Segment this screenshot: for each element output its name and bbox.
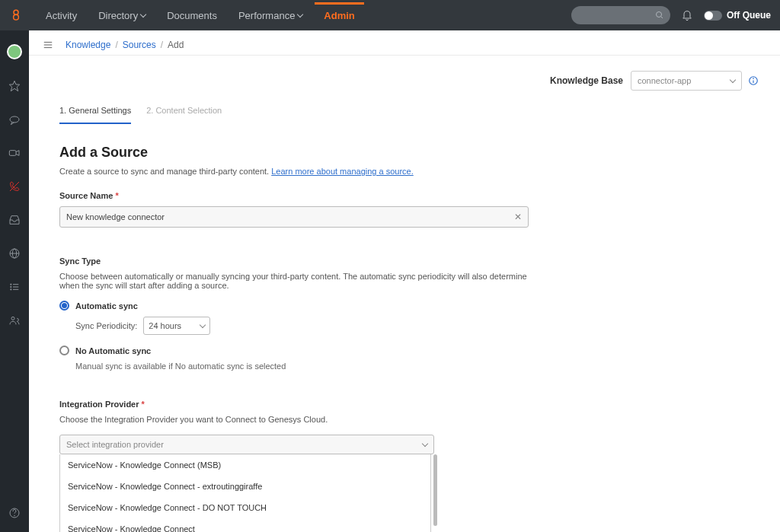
learn-more-link[interactable]: Learn more about managing a source. (271, 167, 414, 176)
bell-icon[interactable] (681, 9, 693, 21)
provider-option[interactable]: ServiceNow - Knowledge Connect (MSB) (60, 454, 430, 476)
radio-automatic-label: Automatic sync (75, 301, 138, 311)
svg-line-2 (660, 17, 663, 19)
help-icon[interactable] (8, 506, 21, 520)
tab-content-selection[interactable]: 2. Content Selection (146, 106, 222, 124)
topnav-right: Off Queue (571, 6, 771, 24)
radio-noauto-desc: Manual sync is available if No automatic… (75, 362, 547, 371)
source-name-label: Source Name * (59, 191, 547, 200)
integration-provider-help: Choose the Integration Provider you want… (59, 415, 547, 424)
required-indicator: * (142, 400, 145, 409)
page-desc: Create a source to sync and manage third… (59, 167, 547, 176)
breadcrumb-sep: / (115, 40, 117, 50)
integration-provider-options: ServiceNow - Knowledge Connect (MSB) Ser… (59, 454, 431, 532)
kb-selector-row: Knowledge Base connector-app (29, 56, 780, 91)
nav-performance[interactable]: Performance (229, 2, 312, 29)
kb-label: Knowledge Base (550, 75, 623, 86)
avatar[interactable] (7, 44, 22, 59)
nav-documents[interactable]: Documents (158, 2, 226, 29)
breadcrumb-sources[interactable]: Sources (123, 40, 156, 50)
svg-point-23 (753, 78, 754, 79)
required-indicator: * (115, 191, 118, 200)
integration-provider-dropdown: Select integration provider ServiceNow -… (59, 435, 434, 532)
radio-noauto-label: No Automatic sync (75, 346, 151, 355)
hamburger-icon[interactable] (43, 40, 53, 50)
chevron-down-icon (297, 11, 303, 17)
page-desc-text: Create a source to sync and manage third… (59, 167, 271, 176)
content: 1. General Settings 2. Content Selection… (29, 91, 577, 532)
nav-directory[interactable]: Directory (89, 2, 155, 29)
breadcrumb-knowledge[interactable]: Knowledge (66, 40, 110, 50)
sync-periodicity-row: Sync Periodicity: 24 hours (75, 317, 547, 335)
integration-provider-section: Integration Provider * Choose the Integr… (59, 400, 547, 532)
queue-toggle[interactable] (704, 11, 722, 21)
provider-option[interactable]: ServiceNow - Knowledge Connect - DO NOT … (60, 497, 430, 518)
integration-provider-select[interactable]: Select integration provider (59, 435, 434, 454)
brand-logo-icon (9, 8, 23, 22)
svg-point-11 (11, 286, 11, 287)
chevron-down-icon (730, 76, 736, 82)
integration-provider-placeholder: Select integration provider (66, 440, 164, 449)
radio-unchecked-icon (59, 346, 69, 355)
nav-performance-label: Performance (238, 10, 295, 21)
kb-select-value: connector-app (638, 76, 691, 85)
info-icon[interactable] (748, 75, 759, 86)
inbox-icon[interactable] (8, 213, 21, 227)
sync-periodicity-select[interactable]: 24 hours (143, 317, 210, 335)
nav-directory-label: Directory (98, 10, 138, 21)
list-icon[interactable] (8, 280, 21, 294)
source-name-label-text: Source Name (59, 191, 113, 200)
search-icon (655, 11, 664, 20)
svg-point-0 (14, 10, 18, 14)
sync-periodicity-label: Sync Periodicity: (75, 321, 137, 330)
svg-rect-4 (9, 151, 16, 156)
nav-admin[interactable]: Admin (315, 2, 363, 29)
header-row: Knowledge / Sources / Add (29, 30, 780, 56)
svg-point-1 (656, 12, 661, 18)
page-title: Add a Source (59, 145, 547, 161)
tabs: 1. General Settings 2. Content Selection (59, 106, 547, 125)
sync-type-label: Sync Type (59, 256, 547, 266)
provider-option[interactable]: ServiceNow - Knowledge Connect (60, 518, 430, 532)
search-input[interactable] (571, 6, 670, 24)
radio-automatic-sync[interactable]: Automatic sync (59, 301, 547, 311)
radio-checked-icon (59, 301, 69, 311)
radio-no-automatic-sync[interactable]: No Automatic sync (59, 346, 547, 355)
star-icon[interactable] (8, 79, 21, 93)
integration-provider-label: Integration Provider * (59, 400, 547, 409)
sync-periodicity-value: 24 hours (149, 321, 181, 330)
svg-point-13 (11, 289, 11, 290)
people-icon[interactable] (8, 314, 21, 327)
chevron-down-icon (422, 440, 428, 446)
sync-type-section: Sync Type Choose between automatically o… (59, 256, 547, 371)
globe-icon[interactable] (8, 247, 21, 260)
breadcrumb: Knowledge / Sources / Add (66, 40, 184, 50)
phone-disabled-icon[interactable] (8, 180, 21, 193)
queue-toggle-container: Off Queue (704, 10, 771, 21)
video-icon[interactable] (8, 146, 21, 160)
left-rail (0, 30, 29, 532)
sync-type-help: Choose between automatically or manually… (59, 272, 547, 290)
breadcrumb-sep: / (161, 40, 163, 50)
source-name-value: New knowledge connector (66, 212, 165, 221)
svg-marker-3 (9, 81, 19, 91)
chevron-down-icon (140, 11, 146, 17)
topnav-items: Activity Directory Documents Performance… (37, 2, 364, 29)
tab-general-settings[interactable]: 1. General Settings (59, 106, 131, 124)
svg-point-9 (11, 284, 11, 285)
top-nav: Activity Directory Documents Performance… (0, 0, 780, 30)
breadcrumb-current: Add (168, 40, 184, 50)
scrollbar[interactable] (433, 454, 437, 526)
queue-label: Off Queue (727, 10, 771, 21)
clear-icon[interactable]: ✕ (514, 212, 522, 222)
provider-option[interactable]: ServiceNow - Knowledge Connect - extrout… (60, 476, 430, 497)
chevron-down-icon (200, 321, 206, 327)
nav-activity[interactable]: Activity (37, 2, 86, 29)
chat-icon[interactable] (8, 113, 21, 126)
svg-point-17 (14, 515, 15, 516)
kb-select[interactable]: connector-app (631, 71, 742, 91)
source-name-input[interactable]: New knowledge connector ✕ (59, 206, 529, 228)
svg-point-15 (11, 317, 14, 320)
main-panel: Knowledge / Sources / Add Knowledge Base… (29, 30, 780, 532)
integration-provider-label-text: Integration Provider (59, 400, 139, 409)
